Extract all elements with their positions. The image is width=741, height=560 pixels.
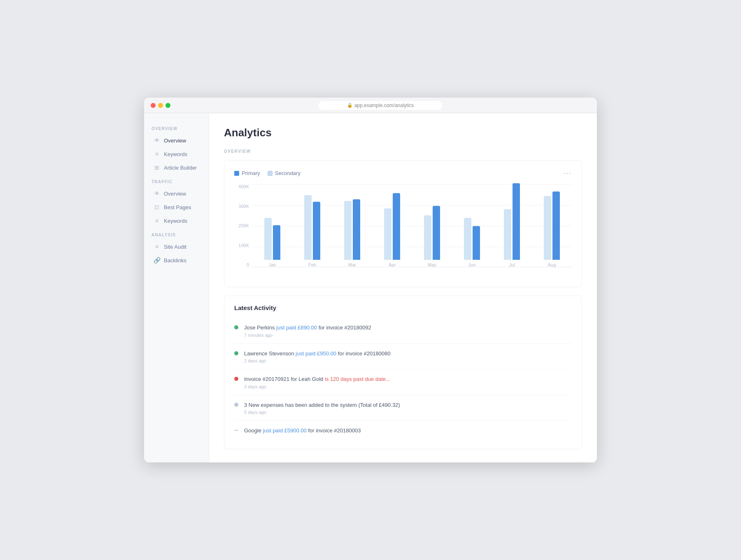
secondary-legend-dot [268, 171, 273, 176]
bar-label-apr: Apr [389, 262, 396, 267]
bar-may-primary [433, 206, 440, 260]
activity-content-1: Jose Perkins just paid £890.00 for invoi… [244, 324, 371, 338]
sidebar-item-analysis-site-audit[interactable]: ≡Site Audit [146, 240, 207, 253]
sidebar-item-overview-keywords[interactable]: ≡Keywords [146, 147, 207, 161]
sidebar-label-traffic-overview: Overview [164, 191, 186, 197]
legend-secondary: Secondary [268, 170, 301, 176]
bar-apr-secondary [384, 208, 391, 260]
activity-dot-1 [234, 325, 238, 329]
bar-jul-secondary [504, 209, 511, 260]
activity-content-5: Google just paid £5900.00 for invoice #2… [244, 427, 361, 435]
sidebar-icon-traffic-keywords: ≡ [153, 217, 161, 224]
activity-time-3: 3 days ago [244, 384, 390, 389]
bar-jun-primary [473, 226, 480, 260]
primary-legend-label: Primary [242, 170, 260, 176]
sidebar-section-traffic: TRAFFIC [144, 175, 209, 187]
activity-highlight-1: just paid £890.00 [276, 324, 317, 331]
sidebar-icon-analysis-backlinks: 🔗 [153, 257, 161, 264]
bar-pair-aug [544, 179, 560, 260]
activity-content-2: Lawrence Stevenson just paid £950.00 for… [244, 350, 391, 364]
bar-pair-jun [464, 179, 480, 260]
sidebar-label-analysis-backlinks: Backlinks [164, 257, 186, 264]
y-axis: 400K 300K 200K 100K 0 [234, 184, 252, 267]
bar-label-jan: Jan [269, 262, 276, 267]
bar-may-secondary [424, 215, 431, 260]
bar-group-jul: Jul [492, 179, 532, 267]
activity-text-3: Invoice #20170921 for Leah Gold is 120 d… [244, 375, 390, 383]
sidebar-section-analysis: ANALYSIS [144, 228, 209, 240]
sidebar-item-analysis-backlinks[interactable]: 🔗Backlinks [146, 254, 207, 267]
chart-menu-button[interactable]: ··· [563, 169, 572, 177]
lock-icon: 🔒 [347, 103, 353, 108]
url-bar[interactable]: 🔒 app.example.com/analytics [319, 101, 442, 110]
activity-time-2: 2 days ago [244, 358, 391, 363]
sidebar-item-overview-article-builder[interactable]: ⊞Article Builder [146, 161, 207, 174]
browser-top-bar: 🔒 app.example.com/analytics [144, 98, 597, 113]
overview-section-label: OVERVIEW [224, 149, 582, 154]
sidebar-label-traffic-keywords: Keywords [164, 218, 187, 224]
sidebar-label-overview-article-builder: Article Builder [164, 165, 197, 171]
chart-legend: Primary Secondary [234, 170, 301, 176]
activity-item-3: Invoice #20170921 for Leah Gold is 120 d… [234, 369, 572, 395]
bar-group-aug: Aug [532, 179, 572, 267]
sidebar-section-overview: OVERVIEW [144, 121, 209, 133]
bar-jan-secondary [264, 218, 272, 260]
activity-text-5: Google just paid £5900.00 for invoice #2… [244, 427, 361, 435]
sidebar-item-traffic-overview[interactable]: 👁Overview [146, 187, 207, 200]
bar-pair-feb [304, 179, 320, 260]
bar-pair-may [424, 179, 440, 260]
sidebar-item-traffic-best-pages[interactable]: ⊡Best Pages [146, 201, 207, 214]
sidebar-item-traffic-keywords[interactable]: ≡Keywords [146, 214, 207, 227]
bar-group-feb: Feb [292, 179, 332, 267]
bar-feb-secondary [304, 195, 312, 260]
activity-dot-2 [234, 351, 238, 355]
bar-group-jun: Jun [452, 179, 492, 267]
sidebar-label-overview-overview: Overview [164, 138, 186, 144]
activity-item-1: Jose Perkins just paid £890.00 for invoi… [234, 318, 572, 344]
browser-window-controls [151, 103, 170, 108]
activity-card: Latest Activity Jose Perkins just paid £… [224, 296, 582, 449]
chart-card: Primary Secondary ··· 400K 300K [224, 160, 582, 287]
activity-text-2: Lawrence Stevenson just paid £950.00 for… [244, 350, 391, 358]
bar-jan-primary [273, 225, 280, 260]
bar-group-apr: Apr [372, 179, 412, 267]
sidebar-icon-analysis-site-audit: ≡ [153, 243, 161, 250]
maximize-button[interactable] [165, 103, 170, 108]
activity-item-2: Lawrence Stevenson just paid £950.00 for… [234, 344, 572, 370]
y-label-300k: 300K [238, 204, 252, 209]
bar-pair-jul [504, 179, 520, 260]
bar-pair-mar [344, 179, 360, 260]
sidebar-item-overview-overview[interactable]: 👁Overview [146, 134, 207, 147]
bar-aug-secondary [544, 196, 551, 260]
bar-mar-secondary [344, 201, 352, 260]
activity-item-4: 3 New expenses has been added to the sys… [234, 395, 572, 421]
activity-highlight-5: just paid £5900.00 [263, 427, 307, 434]
bar-label-aug: Aug [548, 262, 556, 267]
minimize-button[interactable] [158, 103, 163, 108]
bar-jun-secondary [464, 218, 471, 260]
sidebar-icon-traffic-overview: 👁 [153, 190, 161, 197]
url-text: app.example.com/analytics [354, 103, 414, 108]
activity-highlight-2: just paid £950.00 [296, 350, 336, 357]
sidebar-icon-overview-overview: 👁 [153, 137, 161, 144]
bar-group-may: May [412, 179, 452, 267]
y-label-200k: 200K [238, 223, 252, 228]
y-label-100k: 100K [238, 243, 252, 248]
activity-highlight-3: is 120 days past due date... [325, 376, 390, 382]
activity-title: Latest Activity [234, 304, 572, 311]
bar-label-jun: Jun [468, 262, 476, 267]
sidebar-icon-overview-article-builder: ⊞ [153, 164, 161, 171]
bar-mar-primary [353, 199, 360, 260]
activity-text-4: 3 New expenses has been added to the sys… [244, 401, 400, 409]
main-content: Analytics OVERVIEW Primary Secondary [209, 113, 597, 462]
bar-label-may: May [428, 262, 436, 267]
sidebar-icon-traffic-best-pages: ⊡ [153, 204, 161, 210]
close-button[interactable] [151, 103, 156, 108]
sidebar: OVERVIEW👁Overview≡Keywords⊞Article Build… [144, 113, 209, 462]
chart-header: Primary Secondary ··· [234, 169, 572, 177]
bar-label-feb: Feb [308, 262, 316, 267]
activity-content-4: 3 New expenses has been added to the sys… [244, 401, 400, 415]
bar-apr-primary [393, 193, 400, 260]
bar-feb-primary [313, 202, 320, 260]
y-label-0: 0 [247, 262, 252, 267]
